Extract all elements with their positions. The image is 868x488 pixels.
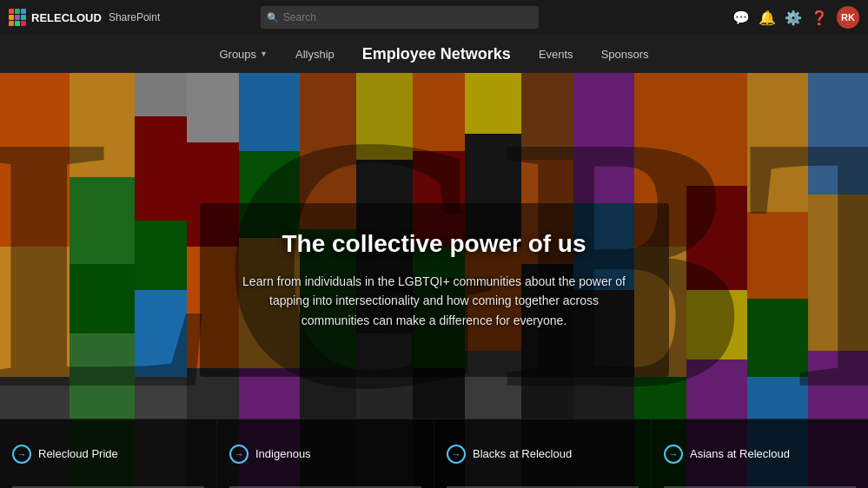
card-label: Asians at Relecloud	[690, 447, 790, 460]
hero-content: The collective power of us Learn from in…	[217, 213, 652, 347]
nav-item-events[interactable]: Events	[539, 48, 573, 61]
platform-label: SharePoint	[109, 11, 160, 23]
card-blacks-at-relecloud[interactable]: → Blacks at Relecloud	[434, 419, 652, 488]
app-name: RELECLOUD	[31, 11, 102, 24]
hero-title: The collective power of us	[235, 230, 634, 258]
card-label: Relecloud Pride	[38, 447, 118, 460]
help-icon[interactable]: ❓	[811, 10, 828, 26]
card-arrow-icon: →	[229, 445, 248, 464]
hero-subtitle: Learn from individuals in the LGBTQI+ co…	[235, 272, 634, 330]
nav-item-sponsors[interactable]: Sponsors	[601, 48, 649, 61]
nav-bar: Groups ▼ Allyship Employee Networks Even…	[0, 35, 868, 73]
top-bar-actions: 💬 🔔 ⚙️ ❓ RK	[732, 6, 859, 29]
cards-strip: → Relecloud Pride → Indigenous → Blacks …	[0, 419, 868, 488]
search-icon: 🔍	[267, 12, 279, 23]
notifications-icon[interactable]: 🔔	[759, 10, 776, 26]
top-bar: RELECLOUD SharePoint 🔍 💬 🔔 ⚙️ ❓ RK	[0, 0, 868, 35]
card-label: Blacks at Relecloud	[473, 447, 572, 460]
logo-area[interactable]: RELECLOUD	[9, 9, 102, 26]
settings-icon[interactable]: ⚙️	[785, 10, 802, 26]
card-label: Indigenous	[255, 447, 311, 460]
search-bar[interactable]: 🔍	[261, 6, 539, 29]
card-asians-at-relecloud[interactable]: → Asians at Relecloud	[652, 419, 868, 488]
card-relecloud-pride[interactable]: → Relecloud Pride	[0, 419, 217, 488]
nav-item-groups[interactable]: Groups ▼	[219, 48, 268, 61]
app-logo	[9, 9, 26, 26]
hero-section: LGBTQI+ The collective power of us Learn…	[0, 73, 868, 488]
search-input[interactable]	[261, 6, 539, 29]
nav-item-employee-networks[interactable]: Employee Networks	[362, 45, 511, 63]
nav-item-allyship[interactable]: Allyship	[295, 48, 335, 61]
card-arrow-icon: →	[12, 445, 31, 464]
card-indigenous[interactable]: → Indigenous	[217, 419, 434, 488]
chevron-down-icon: ▼	[260, 49, 268, 58]
feedback-icon[interactable]: 💬	[732, 10, 750, 26]
card-arrow-icon: →	[664, 445, 683, 464]
avatar[interactable]: RK	[837, 6, 859, 29]
card-arrow-icon: →	[447, 445, 466, 464]
